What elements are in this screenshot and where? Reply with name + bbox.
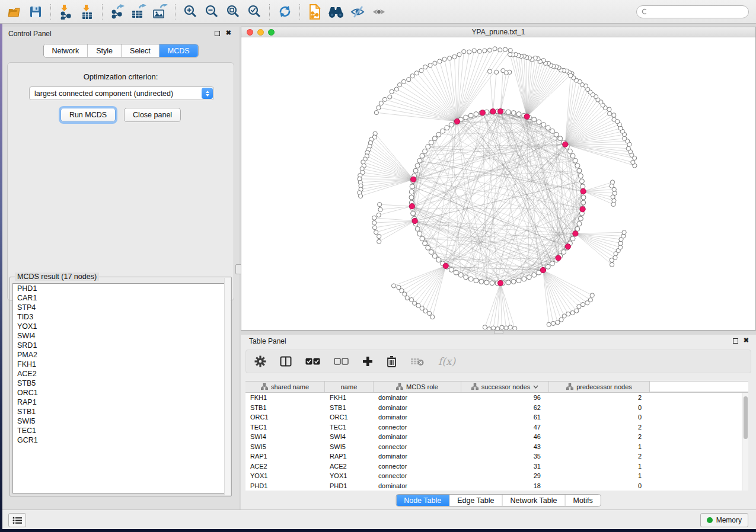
- network-node[interactable]: [588, 298, 592, 302]
- table-row[interactable]: STB1STB1dominator620: [245, 403, 748, 413]
- network-node[interactable]: [423, 241, 428, 246]
- network-node[interactable]: [423, 65, 428, 69]
- network-node[interactable]: [566, 312, 570, 316]
- table-row[interactable]: RAP1RAP1dominator352: [245, 451, 748, 462]
- network-node[interactable]: [407, 78, 411, 82]
- network-node[interactable]: [578, 216, 583, 221]
- mcds-dominator-node[interactable]: [524, 114, 529, 119]
- zoom-out-button[interactable]: [201, 2, 222, 21]
- network-node[interactable]: [479, 279, 484, 284]
- refresh-layout-button[interactable]: [274, 2, 295, 21]
- mcds-dominator-node[interactable]: [412, 218, 417, 223]
- network-node[interactable]: [577, 305, 581, 309]
- table-row[interactable]: SWI4SWI4dominator462: [245, 432, 748, 442]
- network-node[interactable]: [423, 149, 428, 153]
- network-node[interactable]: [472, 49, 476, 53]
- network-node[interactable]: [432, 254, 437, 258]
- network-node[interactable]: [522, 277, 527, 281]
- mcds-dominator-node[interactable]: [573, 231, 578, 236]
- network-node[interactable]: [474, 278, 479, 283]
- network-node[interactable]: [508, 52, 512, 56]
- network-node[interactable]: [464, 275, 468, 280]
- open-file-button[interactable]: [4, 2, 25, 21]
- network-node[interactable]: [436, 258, 441, 262]
- network-node[interactable]: [420, 153, 425, 158]
- table-row[interactable]: ACE2ACE2connector311: [245, 462, 748, 472]
- network-node[interactable]: [550, 129, 554, 133]
- export-image-button[interactable]: [149, 2, 171, 21]
- network-node[interactable]: [382, 97, 387, 101]
- mcds-result-item[interactable]: TEC1: [13, 426, 228, 435]
- network-node[interactable]: [511, 111, 516, 116]
- network-node[interactable]: [578, 174, 583, 178]
- network-node[interactable]: [503, 47, 507, 52]
- mcds-dominator-node[interactable]: [556, 255, 561, 261]
- mcds-result-item[interactable]: ACE2: [13, 369, 228, 379]
- network-node[interactable]: [468, 277, 473, 281]
- network-node[interactable]: [464, 115, 468, 120]
- network-node[interactable]: [432, 136, 437, 141]
- network-node[interactable]: [508, 48, 512, 52]
- network-node[interactable]: [607, 111, 611, 116]
- network-node[interactable]: [452, 55, 457, 59]
- network-node[interactable]: [612, 117, 616, 121]
- network-node[interactable]: [570, 153, 575, 158]
- network-node[interactable]: [474, 112, 479, 117]
- network-node[interactable]: [590, 293, 594, 297]
- tab-motifs[interactable]: Motifs: [565, 495, 600, 506]
- network-node[interactable]: [547, 322, 551, 326]
- mcds-list-scrollbar[interactable]: [224, 278, 231, 495]
- network-node[interactable]: [401, 79, 406, 84]
- tab-select[interactable]: Select: [122, 44, 160, 57]
- network-node[interactable]: [378, 207, 382, 211]
- network-node[interactable]: [570, 310, 575, 315]
- network-node[interactable]: [426, 145, 430, 149]
- task-history-button[interactable]: [8, 513, 26, 527]
- column-header-mcds-role[interactable]: MCDS role: [374, 382, 461, 392]
- mcds-result-item[interactable]: YOX1: [13, 322, 228, 331]
- network-node[interactable]: [559, 318, 563, 322]
- network-node[interactable]: [484, 280, 489, 285]
- network-node[interactable]: [388, 95, 392, 99]
- network-node[interactable]: [613, 255, 617, 259]
- mcds-dominator-node[interactable]: [480, 110, 485, 116]
- network-node[interactable]: [622, 230, 626, 235]
- network-node[interactable]: [631, 160, 635, 164]
- close-panel-icon[interactable]: ✖: [226, 29, 231, 37]
- network-node[interactable]: [405, 296, 409, 300]
- network-node[interactable]: [372, 226, 377, 230]
- export-network-button[interactable]: [107, 2, 128, 21]
- network-node[interactable]: [449, 267, 454, 272]
- network-node[interactable]: [501, 69, 505, 73]
- network-node[interactable]: [504, 326, 508, 330]
- network-node[interactable]: [577, 222, 582, 226]
- network-node[interactable]: [417, 158, 422, 163]
- mcds-dominator-node[interactable]: [497, 280, 503, 286]
- network-node[interactable]: [379, 101, 383, 105]
- network-node[interactable]: [409, 195, 414, 200]
- table-settings-button[interactable]: [254, 354, 266, 369]
- network-node[interactable]: [532, 117, 537, 122]
- network-node[interactable]: [527, 275, 531, 280]
- network-node[interactable]: [426, 245, 430, 250]
- network-node[interactable]: [537, 120, 541, 124]
- network-canvas[interactable]: [241, 37, 755, 330]
- search-network-button[interactable]: [326, 2, 347, 21]
- network-node[interactable]: [436, 132, 441, 137]
- network-node[interactable]: [562, 249, 566, 254]
- network-node[interactable]: [581, 195, 586, 200]
- network-node[interactable]: [610, 262, 614, 267]
- mcds-dominator-node[interactable]: [411, 177, 416, 182]
- mcds-dominator-node[interactable]: [580, 207, 585, 212]
- network-node[interactable]: [423, 309, 428, 313]
- mcds-result-item[interactable]: FKH1: [13, 360, 228, 369]
- network-node[interactable]: [377, 234, 381, 238]
- table-row[interactable]: SWI5SWI5connector431: [245, 442, 748, 452]
- delete-table-button-disabled[interactable]: [410, 354, 425, 369]
- network-node[interactable]: [410, 184, 414, 189]
- search-box[interactable]: [636, 5, 749, 18]
- network-node[interactable]: [513, 326, 517, 330]
- network-node[interactable]: [573, 158, 578, 163]
- mcds-dominator-node[interactable]: [490, 109, 496, 114]
- network-node[interactable]: [462, 50, 466, 54]
